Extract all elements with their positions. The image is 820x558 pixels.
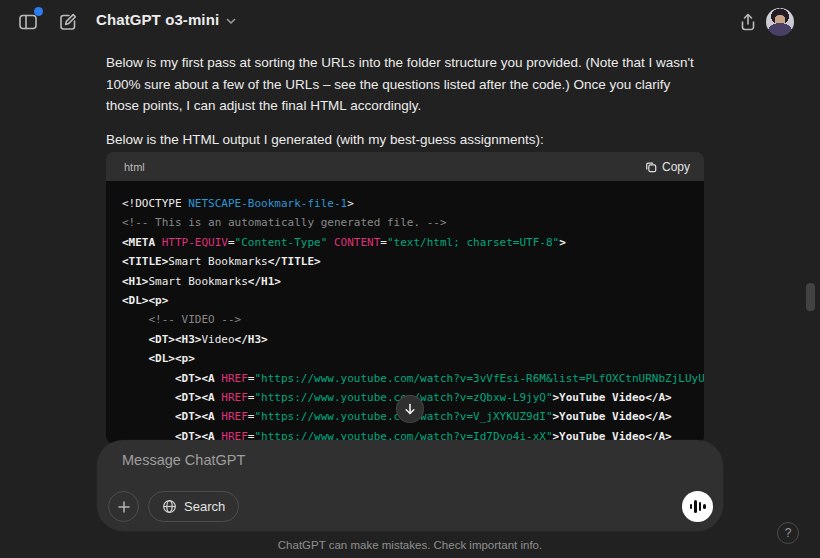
code-block-header: html Copy: [106, 152, 704, 181]
help-label: ?: [785, 526, 792, 540]
voice-waveform-icon: [690, 504, 693, 509]
message-input[interactable]: [122, 452, 698, 468]
chevron-down-icon: [225, 15, 237, 27]
share-icon: [738, 12, 758, 32]
scrollbar-thumb[interactable]: [806, 283, 815, 311]
globe-icon: [162, 499, 177, 514]
code-line: <DT><A HREF="https://www.youtube.com/wat…: [122, 369, 688, 388]
scroll-to-bottom-button[interactable]: [396, 395, 424, 423]
message-paragraph: Below is the HTML output I generated (wi…: [106, 129, 704, 151]
disclaimer-text: ChatGPT can make mistakes. Check importa…: [0, 539, 820, 551]
arrow-down-icon: [403, 402, 417, 416]
code-line: <H1>Smart Bookmarks</H1>: [122, 272, 688, 291]
code-line: <!-- This is an automatically generated …: [122, 213, 688, 232]
composer-actions: Search: [108, 491, 239, 522]
assistant-message: Below is my first pass at sorting the UR…: [106, 52, 704, 162]
new-chat-icon: [58, 12, 78, 32]
code-line: <META HTTP-EQUIV="Content-Type" CONTENT=…: [122, 233, 688, 252]
plus-icon: [117, 500, 131, 514]
code-line: <DL><p>: [122, 349, 688, 368]
code-line: <TITLE>Smart Bookmarks</TITLE>: [122, 252, 688, 271]
share-button[interactable]: [736, 10, 760, 34]
user-avatar[interactable]: [766, 8, 794, 36]
attach-button[interactable]: [108, 491, 139, 522]
help-button[interactable]: ?: [777, 522, 799, 544]
sidebar-toggle-button[interactable]: [16, 10, 40, 34]
notification-dot: [34, 7, 43, 16]
copy-icon: [645, 161, 657, 173]
voice-mode-button[interactable]: [682, 491, 713, 522]
model-title: ChatGPT o3-mini: [96, 11, 219, 28]
message-composer: Search: [97, 440, 723, 531]
model-switcher[interactable]: ChatGPT o3-mini: [96, 11, 237, 28]
search-label: Search: [184, 499, 225, 514]
search-toggle-button[interactable]: Search: [148, 491, 239, 522]
code-line: <DL><p>: [122, 291, 688, 310]
code-line: <DT><H3>Video</H3>: [122, 330, 688, 349]
chatgpt-window: ChatGPT o3-mini Below is my first pass a…: [0, 0, 820, 558]
top-bar: ChatGPT o3-mini: [0, 0, 820, 44]
code-language-label: html: [124, 161, 145, 173]
new-chat-button[interactable]: [56, 10, 80, 34]
code-line: <!DOCTYPE NETSCAPE-Bookmark-file-1>: [122, 194, 688, 213]
copy-code-button[interactable]: Copy: [645, 160, 690, 174]
message-paragraph: Below is my first pass at sorting the UR…: [106, 52, 704, 117]
code-line: <!-- VIDEO -->: [122, 310, 688, 329]
copy-label: Copy: [662, 160, 690, 174]
